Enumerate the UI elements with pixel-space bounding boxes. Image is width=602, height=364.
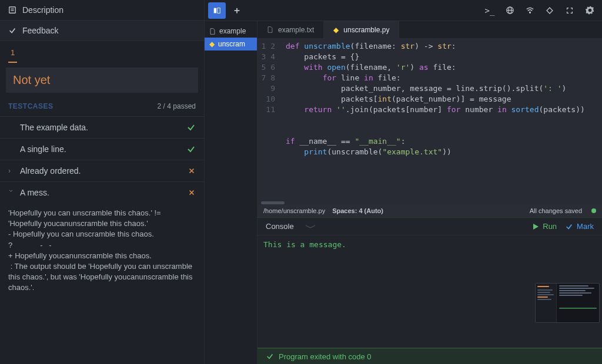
fail-icon <box>188 167 196 175</box>
feedback-row[interactable]: Feedback <box>0 21 204 41</box>
wifi-icon[interactable] <box>521 2 539 19</box>
chevron-right-icon: › <box>8 167 14 175</box>
testcase-row[interactable]: A single line. <box>0 138 204 160</box>
description-row[interactable]: Description <box>0 0 204 21</box>
saved-indicator: All changes saved <box>530 207 582 214</box>
feedback-label: Feedback <box>22 26 58 35</box>
check-icon <box>266 352 274 360</box>
svg-rect-0 <box>9 7 16 14</box>
svg-rect-15 <box>547 8 553 14</box>
fail-icon <box>188 188 196 197</box>
python-icon: ◆ <box>209 40 215 48</box>
file-name: unscram <box>218 40 245 48</box>
globe-icon[interactable] <box>501 2 519 19</box>
file-item[interactable]: example <box>205 25 257 38</box>
file-name: example <box>219 27 246 35</box>
collapse-icon[interactable] <box>302 224 524 230</box>
line-gutter: 1 2 3 4 5 6 7 8 9 10 11 <box>257 39 281 204</box>
mark-label: Mark <box>577 222 594 231</box>
testcase-row[interactable]: › A mess. <box>0 181 204 203</box>
console-footer: Program exited with code 0 <box>257 348 602 364</box>
tab[interactable]: example.txt <box>257 21 324 38</box>
editor-tabs: example.txt ◆ unscramble.py <box>257 21 602 39</box>
console-header: Console Run Mark <box>257 218 602 235</box>
testcases-count: 2 / 4 passed <box>158 102 196 110</box>
sidebar: Description Feedback 1 Not yet TESTCASES… <box>0 0 205 364</box>
file-path: /home/unscramble.py <box>263 207 325 214</box>
console-title: Console <box>266 222 294 231</box>
testcase-row[interactable]: The example data. <box>0 116 204 138</box>
new-tab-button[interactable] <box>228 2 246 19</box>
topbar: >_ <box>205 0 602 21</box>
diamond-icon[interactable] <box>541 2 558 19</box>
testcases-label: TESTCASES <box>8 102 53 110</box>
status-box: Not yet <box>6 68 198 93</box>
description-icon <box>8 6 16 14</box>
description-label: Description <box>22 5 63 15</box>
testcase-row[interactable]: › Already ordered. <box>0 160 204 181</box>
testcase-detail: 'Hopefully you can unscramble this chaos… <box>0 203 204 302</box>
testcase-name: Already ordered. <box>20 166 182 176</box>
testcase-name: The example data. <box>20 123 180 132</box>
tab-label: example.txt <box>278 26 314 34</box>
code-editor[interactable]: 1 2 3 4 5 6 7 8 9 10 11 def unscramble(f… <box>257 39 602 204</box>
main-pane: >_ example ◆ unscram example.txt <box>205 0 602 364</box>
minimap[interactable] <box>535 283 600 323</box>
run-label: Run <box>543 222 557 231</box>
svg-rect-8 <box>218 8 220 13</box>
svg-point-14 <box>529 12 530 13</box>
saved-dot-icon <box>591 208 596 213</box>
run-button[interactable]: Run <box>532 222 557 231</box>
horizontal-scrollbar[interactable] <box>261 201 285 204</box>
testcase-name: A single line. <box>20 144 180 154</box>
python-icon: ◆ <box>333 26 339 34</box>
testcase-name: A mess. <box>20 188 182 197</box>
check-icon <box>8 26 16 35</box>
fullscreen-icon[interactable] <box>561 2 578 19</box>
file-icon <box>209 28 216 35</box>
code-body[interactable]: def unscramble(filename: str) -> str: pa… <box>281 39 590 204</box>
mark-button[interactable]: Mark <box>565 222 594 231</box>
file-tree: example ◆ unscram <box>205 21 257 364</box>
exit-message: Program exited with code 0 <box>279 352 372 361</box>
spaces-indicator[interactable]: Spaces: 4 (Auto) <box>332 207 383 214</box>
tab[interactable]: ◆ unscramble.py <box>324 21 399 38</box>
testcases-header: TESTCASES 2 / 4 passed <box>0 99 204 116</box>
tab-label: unscramble.py <box>343 26 389 34</box>
file-icon <box>267 26 273 33</box>
gear-icon[interactable] <box>581 2 598 19</box>
step-number[interactable]: 1 <box>8 45 17 63</box>
pass-icon <box>186 144 196 154</box>
chevron-down-icon: › <box>7 190 15 196</box>
statusbar: /home/unscramble.py Spaces: 4 (Auto) All… <box>257 204 602 217</box>
file-item[interactable]: ◆ unscram <box>205 38 257 50</box>
step-tabs: 1 <box>0 41 204 63</box>
svg-rect-7 <box>214 8 216 13</box>
terminal-icon[interactable]: >_ <box>481 2 499 19</box>
pass-icon <box>186 123 196 132</box>
files-panel-button[interactable] <box>208 2 226 19</box>
svg-marker-16 <box>533 224 539 230</box>
